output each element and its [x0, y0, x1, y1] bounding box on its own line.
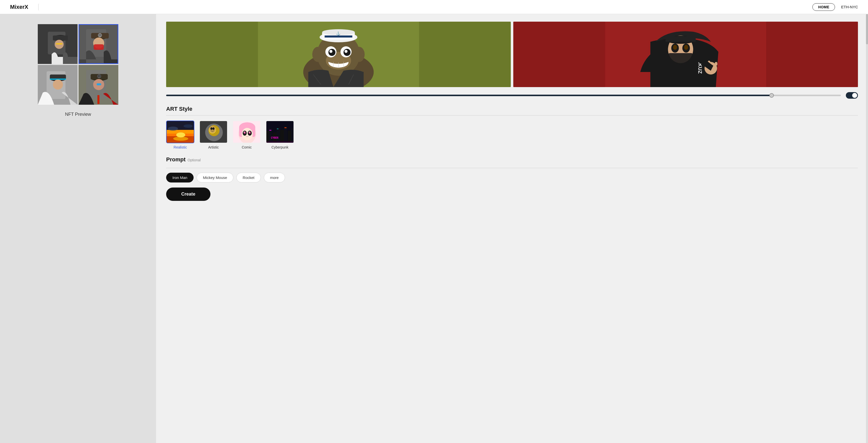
svg-rect-110: [266, 141, 294, 143]
prompt-title: Prompt: [166, 156, 186, 163]
style-realistic-img: [166, 121, 194, 143]
style-artistic-img: [199, 121, 227, 143]
svg-rect-58: [665, 36, 696, 42]
svg-point-83: [211, 127, 213, 130]
svg-point-43: [345, 50, 348, 53]
tag-rocket[interactable]: Rocket: [237, 173, 261, 183]
svg-rect-4: [53, 35, 68, 40]
style-artistic-item[interactable]: Artistic: [199, 121, 227, 149]
svg-point-42: [330, 50, 333, 53]
svg-rect-105: [291, 128, 294, 143]
prompt-header: Prompt Optional: [166, 156, 858, 166]
create-button[interactable]: Create: [166, 188, 211, 201]
style-comic-label: Comic: [242, 145, 252, 149]
ape-preview-image: ⚓: [166, 22, 511, 87]
sliders-row: [166, 92, 858, 99]
style-cyberpunk-img: CYBER: [266, 121, 294, 143]
svg-rect-32: [97, 95, 99, 104]
svg-rect-15: [94, 44, 104, 50]
svg-point-76: [168, 127, 178, 131]
art-styles-grid: Realistic: [166, 121, 858, 149]
nft-grid: [38, 24, 118, 105]
style-comic-img: [232, 121, 261, 143]
prompt-divider: [166, 168, 858, 168]
main-layout: NFT Preview: [0, 14, 868, 443]
prompt-section: Prompt Optional Iron Man Mickey Mouse Ro…: [166, 156, 858, 201]
style-comic-item[interactable]: Comic: [232, 121, 261, 149]
nft-preview-label: NFT Preview: [65, 112, 91, 117]
style-realistic-item[interactable]: Realistic: [166, 121, 194, 149]
nft-cell-4[interactable]: [79, 65, 118, 105]
tag-iron-man[interactable]: Iron Man: [166, 173, 194, 183]
image-pair: ⚓: [166, 22, 858, 87]
blend-slider[interactable]: [166, 95, 841, 96]
svg-rect-49: [325, 35, 352, 37]
style-cyberpunk-item[interactable]: CYBER Cyberpunk: [266, 121, 294, 149]
svg-rect-108: [284, 127, 286, 128]
svg-point-96: [249, 132, 250, 133]
tag-mickey-mouse[interactable]: Mickey Mouse: [196, 173, 234, 183]
svg-point-52: [312, 47, 323, 62]
svg-rect-31: [97, 83, 101, 85]
header: MixerX HOME ETH-NYC: [0, 0, 868, 14]
svg-rect-103: [284, 126, 287, 143]
art-style-title: ART Style: [166, 106, 858, 112]
home-button[interactable]: HOME: [812, 3, 835, 11]
toggle-switch[interactable]: [846, 92, 858, 99]
svg-point-82: [210, 126, 216, 133]
svg-rect-101: [276, 127, 280, 143]
svg-point-63: [684, 45, 688, 50]
right-panel: ⚓: [156, 14, 868, 443]
svg-point-75: [176, 132, 185, 137]
style-cyberpunk-label: Cyberpunk: [271, 145, 288, 149]
main-slider-container: [166, 95, 841, 96]
header-right: HOME ETH-NYC: [812, 3, 858, 11]
logo: MixerX: [10, 4, 38, 10]
svg-point-53: [354, 47, 365, 62]
svg-point-11: [98, 33, 102, 37]
svg-point-95: [244, 132, 245, 133]
scrollbar-track[interactable]: [866, 14, 868, 443]
prompt-tags: Iron Man Mickey Mouse Rocket more: [166, 173, 858, 183]
style-realistic-label: Realistic: [174, 145, 187, 149]
style-artistic-label: Artistic: [208, 145, 219, 149]
svg-point-27: [97, 74, 101, 78]
art-style-divider: [166, 115, 858, 116]
toggle-track: [846, 92, 858, 99]
svg-rect-99: [269, 129, 272, 143]
svg-point-84: [213, 127, 215, 130]
svg-rect-64: [668, 53, 693, 64]
svg-rect-107: [277, 129, 278, 129]
nft-cell-1[interactable]: [38, 24, 78, 64]
art-style-section: ART Style: [166, 106, 858, 149]
prompt-optional-label: Optional: [188, 158, 200, 162]
tag-more[interactable]: more: [264, 173, 285, 183]
nft-cell-2[interactable]: [79, 24, 118, 64]
svg-text:CYBER: CYBER: [271, 136, 279, 139]
scrollbar-thumb: [866, 14, 868, 44]
left-panel: NFT Preview: [0, 14, 156, 443]
svg-point-21: [53, 80, 63, 90]
anime-preview-image: IKUZ: [513, 22, 858, 87]
nft-cell-3[interactable]: [38, 65, 78, 105]
svg-rect-106: [269, 130, 271, 131]
svg-point-28: [98, 75, 99, 76]
wallet-label: ETH-NYC: [841, 5, 858, 9]
svg-point-77: [184, 124, 193, 128]
svg-text:⚓: ⚓: [336, 31, 341, 36]
svg-point-62: [673, 45, 677, 50]
svg-rect-6: [56, 43, 62, 44]
svg-point-12: [99, 34, 100, 35]
svg-point-29: [99, 75, 100, 76]
svg-point-13: [100, 34, 101, 35]
svg-rect-69: [715, 62, 717, 66]
